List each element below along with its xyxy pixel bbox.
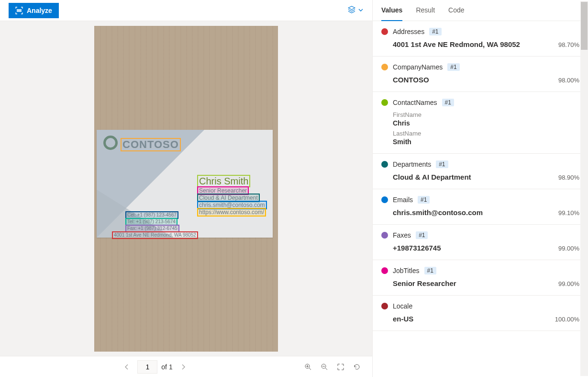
tabs: Values Result Code (373, 0, 588, 21)
analyze-icon (15, 7, 23, 14)
field-confidence: 98.90% (558, 174, 579, 181)
rotate-button[interactable] (350, 360, 364, 374)
field-color-dot (381, 28, 388, 35)
fit-button[interactable] (334, 360, 347, 374)
document-image: CONTOSO Chris Smith Senior Researcher Cl… (94, 26, 278, 352)
field-value: chris.smith@contoso.com (393, 208, 483, 217)
subfield-label: LastName (381, 130, 579, 137)
field-confidence: 98.00% (558, 77, 579, 84)
zoom-out-button[interactable] (318, 360, 331, 374)
field-color-dot (381, 232, 388, 239)
field-value: CONTOSO (393, 76, 429, 84)
field-contactnames[interactable]: ContactNames#1FirstNameChrisLastNameSmit… (373, 92, 588, 154)
field-color-dot (381, 99, 388, 106)
field-value: Senior Researcher (393, 279, 456, 287)
highlight-website[interactable]: https://www.contoso.com/ (197, 208, 266, 217)
field-faxes[interactable]: Faxes#1+1987312674599.00% (373, 225, 588, 260)
subfield-value: Chris (381, 119, 579, 127)
scrollbar-thumb[interactable] (581, 2, 588, 50)
field-color-dot (381, 64, 388, 70)
field-name: JobTitles (393, 267, 420, 274)
document-canvas[interactable]: CONTOSO Chris Smith Senior Researcher Cl… (0, 21, 372, 356)
field-name: Emails (393, 196, 413, 204)
highlight-company[interactable]: CONTOSO (121, 138, 181, 151)
analyze-button[interactable]: Analyze (9, 3, 59, 18)
field-jobtitles[interactable]: JobTitles#1Senior Researcher99.00% (373, 260, 588, 296)
zoom-in-button[interactable] (301, 360, 315, 374)
next-page-button[interactable] (177, 360, 190, 374)
page-input[interactable] (137, 360, 157, 374)
toolbar: Analyze (0, 0, 372, 21)
scrollbar-track[interactable] (580, 1, 588, 376)
field-value: Cloud & AI Department (393, 173, 471, 181)
field-badge: #1 (436, 160, 448, 168)
field-companynames[interactable]: CompanyNames#1CONTOSO98.00% (373, 57, 588, 92)
field-emails[interactable]: Emails#1chris.smith@contoso.com99.10% (373, 189, 588, 225)
tab-result[interactable]: Result (416, 0, 435, 21)
field-name: Departments (393, 160, 431, 168)
tab-values[interactable]: Values (381, 0, 402, 21)
subfield-value: Smith (381, 138, 579, 146)
field-value: en-US (393, 315, 413, 323)
field-name: Addresses (393, 28, 424, 35)
business-card: CONTOSO Chris Smith Senior Researcher Cl… (97, 130, 273, 238)
field-confidence: 99.10% (558, 209, 579, 217)
analyze-label: Analyze (27, 7, 52, 14)
field-name: ContactNames (393, 99, 437, 106)
field-name: Locale (393, 302, 412, 310)
field-name: CompanyNames (393, 63, 443, 71)
field-color-dot (381, 161, 388, 168)
prev-page-button[interactable] (120, 360, 133, 374)
field-badge: #1 (424, 267, 436, 274)
field-color-dot (381, 303, 388, 309)
field-color-dot (381, 196, 388, 203)
field-confidence: 98.70% (558, 41, 579, 48)
results-panel[interactable]: Addresses#14001 1st Ave NE Redmond, WA 9… (373, 21, 588, 377)
highlight-name[interactable]: Chris Smith (197, 175, 250, 187)
field-badge: #1 (447, 63, 459, 71)
field-badge: #1 (418, 196, 430, 204)
layers-icon (347, 5, 356, 15)
pager: of 1 (120, 360, 189, 374)
page-total: of 1 (161, 363, 172, 371)
field-badge: #1 (429, 28, 441, 35)
footer-bar: of 1 (0, 356, 372, 377)
field-name: Faxes (393, 231, 411, 239)
field-badge: #1 (416, 231, 428, 239)
field-locale[interactable]: Localeen-US100.00% (373, 296, 588, 331)
subfield-label: FirstName (381, 111, 579, 118)
field-value: 4001 1st Ave NE Redmond, WA 98052 (393, 40, 520, 48)
field-value: +19873126745 (393, 244, 441, 252)
field-departments[interactable]: Departments#1Cloud & AI Department98.90% (373, 154, 588, 189)
logo-icon (103, 136, 118, 150)
field-confidence: 99.00% (558, 280, 579, 287)
highlight-address[interactable]: 4001 1st Ave NE Redmond, WA 98052 (112, 231, 198, 239)
field-badge: #1 (442, 99, 454, 106)
tab-code[interactable]: Code (448, 0, 464, 21)
field-addresses[interactable]: Addresses#14001 1st Ave NE Redmond, WA 9… (373, 21, 588, 57)
field-confidence: 100.00% (555, 316, 579, 323)
field-color-dot (381, 267, 388, 274)
field-confidence: 99.00% (558, 245, 579, 252)
layers-dropdown[interactable] (347, 5, 364, 15)
chevron-down-icon (358, 7, 364, 14)
